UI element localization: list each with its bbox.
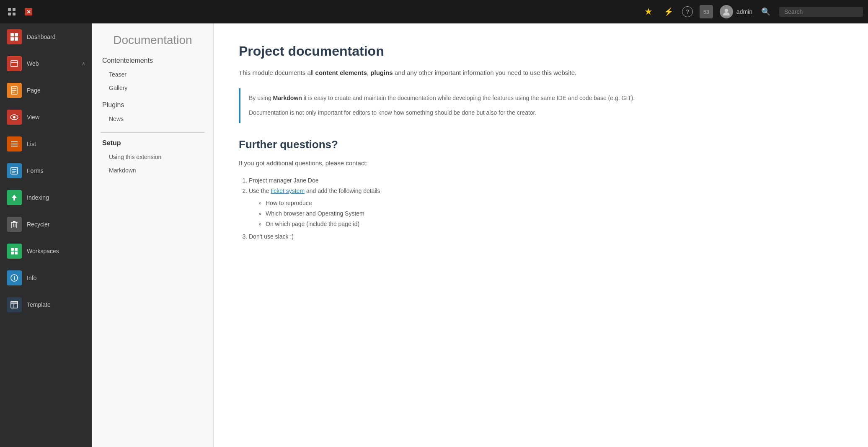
flash-icon[interactable]: ⚡ bbox=[662, 5, 675, 18]
avatar bbox=[720, 5, 733, 18]
svg-rect-34 bbox=[11, 252, 14, 254]
sidebar-label-forms: Forms bbox=[27, 167, 85, 174]
doc-item-markdown[interactable]: Markdown bbox=[101, 164, 205, 177]
sidebar-item-list[interactable]: List bbox=[0, 131, 92, 157]
doc-item-using-extension[interactable]: Using this extension bbox=[101, 150, 205, 164]
admin-section[interactable]: admin bbox=[720, 5, 752, 18]
sidebar-item-dashboard[interactable]: Dashboard bbox=[0, 23, 92, 50]
sidebar-item-indexing[interactable]: Indexing bbox=[0, 184, 92, 211]
bold-content-elements: content elements bbox=[315, 69, 367, 76]
dashboard-icon bbox=[7, 29, 22, 44]
topbar: ✕ ★ ⚡ ? 53 admin 🔍 bbox=[0, 0, 868, 23]
sidebar-label-dashboard: Dashboard bbox=[27, 33, 85, 40]
svg-rect-11 bbox=[11, 61, 18, 67]
recycler-icon bbox=[7, 217, 22, 232]
sidebar-item-web[interactable]: Web ∧ bbox=[0, 50, 92, 77]
forms-icon bbox=[7, 163, 22, 178]
svg-rect-33 bbox=[15, 248, 18, 251]
further-intro: If you got additional questions, please … bbox=[239, 158, 843, 169]
doc-divider bbox=[101, 132, 205, 133]
help-icon[interactable]: ? bbox=[682, 6, 693, 17]
svg-rect-1 bbox=[13, 8, 16, 11]
contact-list: Project manager Jane Doe Use the ticket … bbox=[249, 175, 843, 242]
page-icon bbox=[7, 83, 22, 98]
svg-text:i: i bbox=[14, 275, 15, 281]
sidebar-item-info[interactable]: i Info bbox=[0, 265, 92, 291]
list-icon bbox=[7, 136, 22, 152]
sidebar-label-web: Web bbox=[27, 60, 77, 67]
sidebar-label-workspaces: Workspaces bbox=[27, 248, 85, 254]
content-panel: Project documentation This module docume… bbox=[214, 23, 868, 447]
svg-rect-9 bbox=[10, 37, 14, 41]
svg-rect-10 bbox=[15, 37, 18, 41]
search-bar[interactable] bbox=[779, 7, 863, 17]
sidebar-item-view[interactable]: View bbox=[0, 104, 92, 131]
svg-marker-26 bbox=[12, 195, 17, 200]
web-arrow-icon: ∧ bbox=[82, 61, 85, 67]
workspaces-icon bbox=[7, 244, 22, 259]
sidebar-item-workspaces[interactable]: Workspaces bbox=[0, 238, 92, 265]
sidebar-item-template[interactable]: Template bbox=[0, 291, 92, 318]
doc-panel: Documentation Contentelements Teaser Gal… bbox=[92, 23, 214, 447]
sidebar-label-page: Page bbox=[27, 87, 85, 94]
sub-item-1: How to reproduce bbox=[266, 198, 843, 208]
ticket-system-link[interactable]: ticket system bbox=[271, 188, 305, 194]
list-item-1: Project manager Jane Doe bbox=[249, 175, 843, 186]
svg-rect-3 bbox=[13, 13, 16, 15]
svg-rect-35 bbox=[15, 252, 18, 254]
svg-rect-7 bbox=[10, 33, 14, 36]
view-icon bbox=[7, 110, 22, 125]
admin-label: admin bbox=[736, 8, 752, 15]
content-intro: This module documents all content elemen… bbox=[239, 67, 843, 78]
doc-item-news[interactable]: News bbox=[101, 112, 205, 126]
svg-rect-27 bbox=[12, 222, 17, 228]
sidebar-label-view: View bbox=[27, 114, 85, 121]
plugins-header: Plugins bbox=[101, 101, 205, 109]
search-toggle-icon[interactable]: 🔍 bbox=[759, 5, 772, 18]
svg-rect-8 bbox=[15, 33, 18, 36]
list-item-2: Use the ticket system and add the follow… bbox=[249, 186, 843, 230]
grid-icon[interactable] bbox=[5, 5, 18, 18]
doc-item-gallery[interactable]: Gallery bbox=[101, 81, 205, 95]
sidebar-label-indexing: Indexing bbox=[27, 194, 85, 201]
bold-plugins: plugins bbox=[370, 69, 393, 76]
sub-item-3: On which page (include the page id) bbox=[266, 219, 843, 229]
doc-item-teaser[interactable]: Teaser bbox=[101, 68, 205, 81]
doc-panel-title: Documentation bbox=[101, 33, 205, 47]
info-icon: i bbox=[7, 270, 22, 285]
svg-text:✕: ✕ bbox=[26, 9, 31, 15]
sub-item-2: Which browser and Operating System bbox=[266, 208, 843, 219]
svg-point-18 bbox=[13, 116, 16, 118]
main-layout: Dashboard Web ∧ Page bbox=[0, 23, 868, 447]
sidebar-label-list: List bbox=[27, 141, 85, 147]
sidebar: Dashboard Web ∧ Page bbox=[0, 23, 92, 447]
blockquote-1: By using Markdown it is easy to create a… bbox=[239, 88, 843, 123]
contentelements-header: Contentelements bbox=[101, 57, 205, 64]
sidebar-item-recycler[interactable]: Recycler bbox=[0, 211, 92, 238]
svg-point-6 bbox=[725, 9, 728, 12]
notification-icon: 53 bbox=[700, 5, 713, 18]
star-icon[interactable]: ★ bbox=[642, 5, 655, 18]
blockquote-2-text: Documentation is not only important for … bbox=[249, 108, 834, 118]
sidebar-item-page[interactable]: Page bbox=[0, 77, 92, 104]
sidebar-item-forms[interactable]: Forms bbox=[0, 157, 92, 184]
topbar-actions: ★ ⚡ ? 53 admin 🔍 bbox=[642, 5, 863, 18]
web-icon bbox=[7, 56, 22, 71]
svg-rect-0 bbox=[8, 8, 11, 11]
svg-rect-39 bbox=[11, 301, 18, 304]
blockquote-1-text: By using Markdown it is easy to create a… bbox=[249, 93, 834, 103]
close-icon[interactable]: ✕ bbox=[22, 5, 35, 18]
list-item-3: Don't use slack ;) bbox=[249, 231, 843, 242]
indexing-icon bbox=[7, 190, 22, 205]
further-questions-title: Further questions? bbox=[239, 138, 843, 151]
svg-rect-2 bbox=[8, 13, 11, 15]
sub-list: How to reproduce Which browser and Opera… bbox=[266, 198, 843, 230]
search-input[interactable] bbox=[784, 8, 851, 15]
sidebar-label-recycler: Recycler bbox=[27, 221, 85, 228]
svg-rect-32 bbox=[11, 248, 14, 251]
notification-badge[interactable]: 53 bbox=[700, 5, 713, 18]
topbar-left: ✕ bbox=[5, 5, 35, 18]
content-title: Project documentation bbox=[239, 44, 843, 59]
template-icon bbox=[7, 297, 22, 312]
setup-header: Setup bbox=[101, 139, 205, 147]
